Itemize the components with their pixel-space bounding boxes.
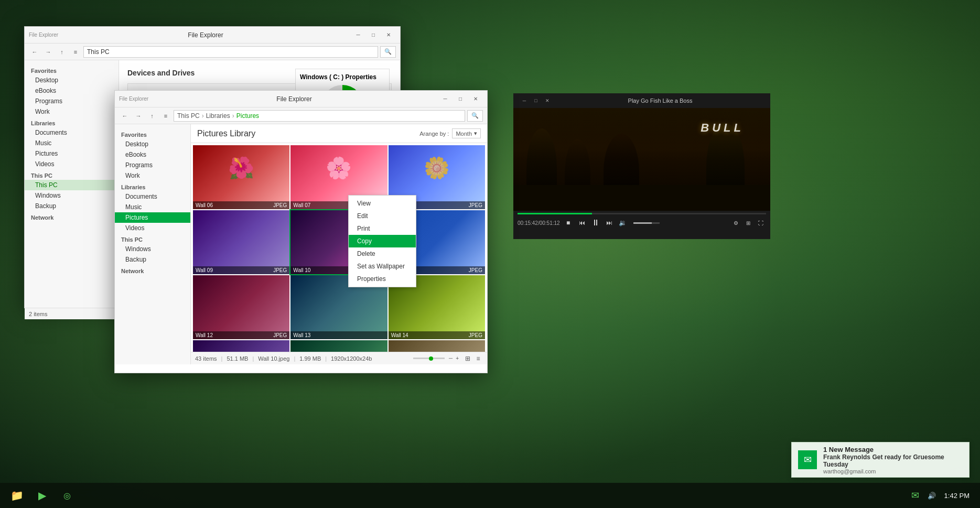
address-bar-1[interactable]: This PC xyxy=(83,46,378,58)
mp-vol-down-btn[interactable]: 🔉 xyxy=(618,218,628,228)
taskbar: 📁 ▶ ◎ ✉ 🔊 1:42 PM xyxy=(0,483,980,508)
sidebar-thispc-1[interactable]: This PC xyxy=(25,180,119,190)
taskbar-email-icon[interactable]: ✉ xyxy=(911,490,919,501)
mp-stop-btn[interactable]: ■ xyxy=(563,218,574,228)
sidebar-pictures-1[interactable]: Pictures xyxy=(25,148,119,159)
sidebar-programs-1[interactable]: Programs xyxy=(25,96,119,106)
ctx-delete[interactable]: Delete xyxy=(349,247,416,260)
arrange-value: Month xyxy=(456,131,472,137)
back-btn-1[interactable]: ← xyxy=(29,46,40,58)
sb2-windows[interactable]: Windows xyxy=(115,244,190,254)
mp-progress-bar[interactable] xyxy=(518,213,766,214)
minimize-btn-2[interactable]: ─ xyxy=(438,94,453,104)
grid-view-icon[interactable]: ⊞ xyxy=(463,354,472,363)
sidebar-desktop-1[interactable]: Desktop xyxy=(25,75,119,85)
thumbnail-wall09[interactable]: Wall 09JPEG xyxy=(193,210,289,274)
sb2-work[interactable]: Work xyxy=(115,170,190,181)
sidebar-videos-1[interactable]: Videos xyxy=(25,159,119,169)
mp-time-display: 00:15:42/00:51:12 xyxy=(518,220,560,226)
sb2-ebooks[interactable]: eBooks xyxy=(115,149,190,160)
taskbar-browser-btn[interactable]: ◎ xyxy=(57,485,78,506)
thumbnail-wall12[interactable]: Wall 12JPEG xyxy=(193,275,289,339)
mp-prev-btn[interactable]: ⏮ xyxy=(577,218,587,228)
ctx-set-wallpaper[interactable]: Set as Wallpaper xyxy=(349,260,416,273)
zoom-bar[interactable] xyxy=(413,358,445,359)
status-dims: 1920x1200x24b xyxy=(331,355,372,362)
library-title: Pictures Library xyxy=(197,129,255,138)
forward-btn-1[interactable]: → xyxy=(42,46,54,58)
close-btn-1[interactable]: ✕ xyxy=(381,30,396,40)
sidebar-backup-1[interactable]: Backup xyxy=(25,201,119,211)
list-view-icon[interactable]: ≡ xyxy=(473,354,483,363)
maximize-btn-1[interactable]: □ xyxy=(366,30,381,40)
sb2-desktop[interactable]: Desktop xyxy=(115,139,190,149)
up-btn-2[interactable]: ↑ xyxy=(146,110,158,122)
thumbnail-wall15[interactable]: Wall 15JPEG xyxy=(193,340,289,352)
zoom-control: ─ + xyxy=(413,355,459,361)
sidebar-windows-1[interactable]: Windows xyxy=(25,190,119,201)
statusbar-2: 43 items | 51.1 MB | Wall 10.jpeg | 1.99… xyxy=(191,352,487,364)
sb2-videos[interactable]: Videos xyxy=(115,223,190,233)
thumbnail-wall16[interactable]: Wall 16JPEG xyxy=(290,340,387,352)
menu-btn-2[interactable]: ≡ xyxy=(160,110,171,122)
taskbar-files-btn[interactable]: 📁 xyxy=(6,485,27,506)
taskbar-play-btn[interactable]: ▶ xyxy=(31,485,52,506)
forward-btn-2[interactable]: → xyxy=(133,110,144,122)
sb2-programs[interactable]: Programs xyxy=(115,160,190,170)
minimize-btn-1[interactable]: ─ xyxy=(351,30,365,40)
sb2-documents[interactable]: Documents xyxy=(115,191,190,202)
thumbnail-wall17[interactable]: Wall 17JPEG xyxy=(389,340,485,352)
arrange-dropdown[interactable]: Month ▾ xyxy=(452,128,481,138)
close-btn-2[interactable]: ✕ xyxy=(468,94,483,104)
sb2-pictures[interactable]: Pictures xyxy=(115,212,190,223)
ctx-print[interactable]: Print xyxy=(349,222,416,235)
sidebar-ebooks-1[interactable]: eBooks xyxy=(25,85,119,96)
breadcrumb-part-1: This PC xyxy=(177,112,200,120)
zoom-handle[interactable] xyxy=(429,356,433,361)
ctx-copy[interactable]: Copy xyxy=(349,235,416,247)
statusbar-1: 2 items xyxy=(29,311,47,317)
mp-maximize-btn[interactable]: □ xyxy=(530,95,542,106)
scene-light xyxy=(513,108,770,159)
libraries-label-2: Libraries xyxy=(115,181,190,191)
mp-extra-btn-1[interactable]: ⚙ xyxy=(730,218,741,228)
ctx-properties[interactable]: Properties xyxy=(349,273,416,285)
taskbar-volume-icon[interactable]: 🔊 xyxy=(928,492,936,500)
window-title-2: File Explorer xyxy=(150,95,438,103)
ctx-view[interactable]: View xyxy=(349,197,416,210)
address-bar-2[interactable]: This PC › Libraries › Pictures xyxy=(174,110,465,122)
thumbnails-grid: Wall 06JPEG Wall 07JPEG Wall 08JPEG xyxy=(191,143,487,352)
sidebar-work-1[interactable]: Work xyxy=(25,106,119,117)
mp-titlebar: ─ □ ✕ Play Go Fish Like a Boss xyxy=(513,93,770,108)
sb2-backup[interactable]: Backup xyxy=(115,254,190,265)
thispc-label-2: This PC xyxy=(115,233,190,244)
mp-play-pause-btn[interactable]: ⏸ xyxy=(590,218,601,228)
chevron-down-icon: ▾ xyxy=(474,130,477,137)
ctx-edit[interactable]: Edit xyxy=(349,210,416,222)
mp-fullscreen-btn[interactable]: ⛶ xyxy=(756,218,766,228)
mp-minimize-btn[interactable]: ─ xyxy=(519,95,530,106)
maximize-btn-2[interactable]: □ xyxy=(453,94,468,104)
notification-popup[interactable]: ✉ 1 New Message Frank Reynolds Get ready… xyxy=(791,442,970,478)
mp-next-btn[interactable]: ⏭ xyxy=(604,218,615,228)
back-btn-2[interactable]: ← xyxy=(119,110,131,122)
up-btn-1[interactable]: ↑ xyxy=(56,46,68,58)
content-2: Favorites Desktop eBooks Programs Work L… xyxy=(115,124,487,364)
mp-extra-btn-2[interactable]: ⊞ xyxy=(743,218,753,228)
view-icons: ⊞ ≡ xyxy=(463,354,483,363)
toolbar-1: ← → ↑ ≡ This PC 🔍 xyxy=(25,44,400,60)
file-explorer-window-2: File Explorer File Explorer ─ □ ✕ ← → ↑ … xyxy=(114,90,488,373)
search-icon-1[interactable]: 🔍 xyxy=(380,46,396,58)
mp-close-btn[interactable]: ✕ xyxy=(542,95,553,106)
mp-scene: BULL xyxy=(513,108,770,211)
thumbnail-wall06[interactable]: Wall 06JPEG xyxy=(193,145,289,209)
sb2-music[interactable]: Music xyxy=(115,202,190,212)
arrange-by-control: Arange by : Month ▾ xyxy=(419,128,481,138)
sidebar-music-1[interactable]: Music xyxy=(25,138,119,148)
network-label-1: Network xyxy=(25,211,119,222)
menu-btn-1[interactable]: ≡ xyxy=(70,46,81,58)
breadcrumb-part-2: Libraries xyxy=(206,112,230,120)
mp-volume-bar[interactable] xyxy=(633,222,660,224)
sidebar-documents-1[interactable]: Documents xyxy=(25,127,119,138)
search-icon-2[interactable]: 🔍 xyxy=(467,110,483,122)
